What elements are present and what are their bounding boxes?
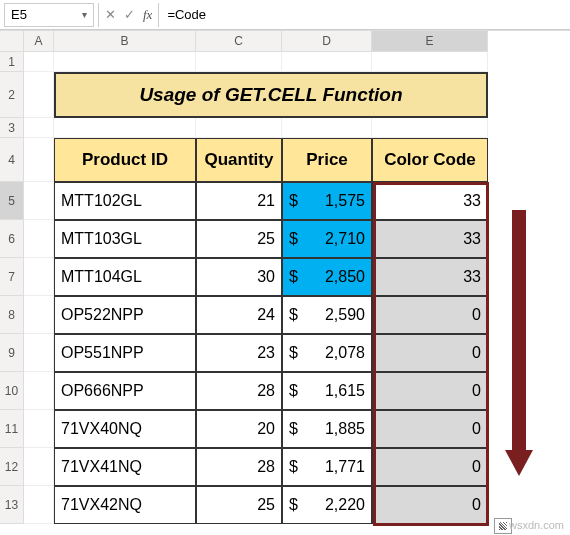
- cell[interactable]: [196, 118, 282, 138]
- cell-colorcode[interactable]: 0: [372, 448, 488, 486]
- row-header[interactable]: 12: [0, 448, 24, 486]
- cell-colorcode[interactable]: 0: [372, 334, 488, 372]
- currency-symbol: $: [289, 230, 298, 248]
- cell-product[interactable]: MTT104GL: [54, 258, 196, 296]
- chevron-down-icon[interactable]: ▾: [82, 9, 87, 20]
- cell-colorcode[interactable]: 33: [372, 182, 488, 220]
- cell-quantity[interactable]: 20: [196, 410, 282, 448]
- row-header[interactable]: 10: [0, 372, 24, 410]
- cell-quantity[interactable]: 28: [196, 448, 282, 486]
- sheet-area: A B C D E Usage of GET.CELL Function Pro: [24, 30, 570, 524]
- cell-quantity[interactable]: 28: [196, 372, 282, 410]
- row-header[interactable]: 2: [0, 72, 24, 118]
- row-header[interactable]: 4: [0, 138, 24, 182]
- row-header[interactable]: 3: [0, 118, 24, 138]
- cell-quantity[interactable]: 25: [196, 486, 282, 524]
- row-header[interactable]: 6: [0, 220, 24, 258]
- cell-colorcode[interactable]: 0: [372, 410, 488, 448]
- cell-quantity[interactable]: 23: [196, 334, 282, 372]
- cell[interactable]: [282, 118, 372, 138]
- row-header[interactable]: 9: [0, 334, 24, 372]
- currency-symbol: $: [289, 458, 298, 476]
- cell[interactable]: [196, 52, 282, 72]
- header-product[interactable]: Product ID: [54, 138, 196, 182]
- row-header[interactable]: 11: [0, 410, 24, 448]
- cell-price[interactable]: $1,615: [282, 372, 372, 410]
- col-header[interactable]: D: [282, 31, 372, 52]
- cell-price[interactable]: $1,885: [282, 410, 372, 448]
- row-header[interactable]: 5: [0, 182, 24, 220]
- cell-quantity[interactable]: 25: [196, 220, 282, 258]
- cell[interactable]: [24, 448, 54, 486]
- price-value: 2,850: [325, 268, 365, 286]
- col-header[interactable]: A: [24, 31, 54, 52]
- cell-product[interactable]: 71VX41NQ: [54, 448, 196, 486]
- cell-quantity[interactable]: 24: [196, 296, 282, 334]
- cell-price[interactable]: $2,220: [282, 486, 372, 524]
- row-header[interactable]: 8: [0, 296, 24, 334]
- cell-product[interactable]: OP522NPP: [54, 296, 196, 334]
- cell[interactable]: [54, 118, 196, 138]
- cell[interactable]: [24, 410, 54, 448]
- cell-product[interactable]: OP666NPP: [54, 372, 196, 410]
- cell-product[interactable]: MTT102GL: [54, 182, 196, 220]
- select-all[interactable]: [0, 30, 24, 52]
- cell[interactable]: [24, 182, 54, 220]
- cell-colorcode[interactable]: 0: [372, 486, 488, 524]
- row-header[interactable]: 13: [0, 486, 24, 524]
- arrow-annotation: [506, 210, 532, 476]
- row-4-headers: Product ID Quantity Price Color Code: [24, 138, 570, 182]
- cell[interactable]: [24, 486, 54, 524]
- cell-quantity[interactable]: 30: [196, 258, 282, 296]
- row-header[interactable]: 1: [0, 52, 24, 72]
- currency-symbol: $: [289, 268, 298, 286]
- formula-input[interactable]: [159, 3, 570, 27]
- currency-symbol: $: [289, 344, 298, 362]
- col-header[interactable]: E: [372, 31, 488, 52]
- price-value: 1,615: [325, 382, 365, 400]
- col-header[interactable]: C: [196, 31, 282, 52]
- cell[interactable]: [24, 296, 54, 334]
- cancel-icon[interactable]: ✕: [105, 7, 116, 22]
- cell[interactable]: [372, 52, 488, 72]
- cell[interactable]: [24, 258, 54, 296]
- cell[interactable]: [54, 52, 196, 72]
- cell-product[interactable]: OP551NPP: [54, 334, 196, 372]
- cell-colorcode[interactable]: 0: [372, 296, 488, 334]
- cell-quantity[interactable]: 21: [196, 182, 282, 220]
- cell-price[interactable]: $2,590: [282, 296, 372, 334]
- cell[interactable]: [24, 372, 54, 410]
- cell[interactable]: [24, 220, 54, 258]
- fx-icon[interactable]: fx: [143, 7, 152, 23]
- row-header[interactable]: 7: [0, 258, 24, 296]
- cell-price[interactable]: $2,710: [282, 220, 372, 258]
- header-price[interactable]: Price: [282, 138, 372, 182]
- title-cell[interactable]: Usage of GET.CELL Function: [54, 72, 488, 118]
- price-value: 1,575: [325, 192, 365, 210]
- cell-product[interactable]: 71VX42NQ: [54, 486, 196, 524]
- row-1: [24, 52, 570, 72]
- cell[interactable]: [24, 138, 54, 182]
- table-row: 71VX41NQ28$1,7710: [24, 448, 570, 486]
- header-colorcode[interactable]: Color Code: [372, 138, 488, 182]
- cell[interactable]: [24, 334, 54, 372]
- cell[interactable]: [24, 72, 54, 118]
- cell-product[interactable]: 71VX40NQ: [54, 410, 196, 448]
- cell-product[interactable]: MTT103GL: [54, 220, 196, 258]
- cell-price[interactable]: $1,575: [282, 182, 372, 220]
- cell-colorcode[interactable]: 0: [372, 372, 488, 410]
- accept-icon[interactable]: ✓: [124, 7, 135, 22]
- cell-price[interactable]: $2,078: [282, 334, 372, 372]
- cell-price[interactable]: $2,850: [282, 258, 372, 296]
- formula-bar: E5 ▾ ✕ ✓ fx: [0, 0, 570, 30]
- cell-colorcode[interactable]: 33: [372, 220, 488, 258]
- cell[interactable]: [24, 118, 54, 138]
- cell[interactable]: [372, 118, 488, 138]
- col-header[interactable]: B: [54, 31, 196, 52]
- cell[interactable]: [24, 52, 54, 72]
- cell-price[interactable]: $1,771: [282, 448, 372, 486]
- cell-colorcode[interactable]: 33: [372, 258, 488, 296]
- header-quantity[interactable]: Quantity: [196, 138, 282, 182]
- name-box[interactable]: E5 ▾: [4, 3, 94, 27]
- cell[interactable]: [282, 52, 372, 72]
